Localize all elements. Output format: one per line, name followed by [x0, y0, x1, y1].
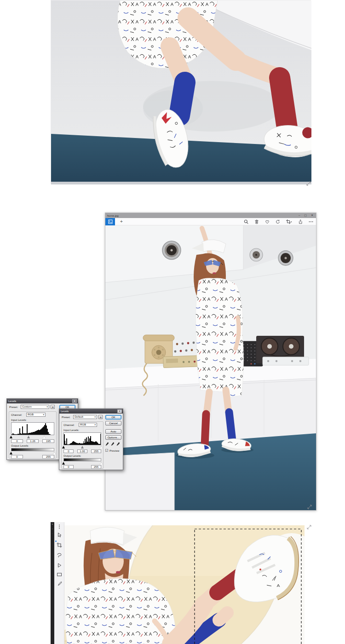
input-white-field[interactable]: 195 [42, 439, 54, 443]
auto-button[interactable]: Auto [105, 429, 121, 434]
move-tool-icon[interactable] [57, 532, 62, 538]
input-slider[interactable] [11, 436, 54, 438]
cancel-button[interactable]: Cancel [105, 421, 121, 426]
porthole-middle [250, 248, 263, 261]
photo-canvas [105, 225, 316, 510]
crop-tool-icon[interactable] [57, 542, 62, 548]
see-all-photos-button[interactable] [105, 218, 115, 225]
input-histogram [63, 432, 101, 445]
preset-options-button[interactable]: ≣ [51, 405, 55, 409]
gamma-slider[interactable] [27, 436, 30, 438]
input-slider[interactable] [63, 446, 101, 448]
levels-dialog-front[interactable]: Levels ✕ Preset: Default▾ ≣ Channel: RGB… [59, 408, 123, 470]
preset-select[interactable]: Default▾ [73, 415, 97, 419]
top-photo-illustration [51, 0, 311, 184]
channel-label: Channel: [63, 424, 75, 426]
output-white-slider[interactable] [53, 452, 56, 454]
right-margin-strip [305, 522, 313, 644]
black-point-slider[interactable] [10, 436, 12, 438]
input-gamma-field[interactable]: 1.26 [27, 439, 39, 443]
ok-button[interactable]: OK [105, 415, 121, 420]
see-all-photos-icon [108, 219, 113, 224]
close-icon[interactable]: ✕ [72, 399, 77, 403]
porthole-left [162, 241, 181, 259]
output-black-slider[interactable] [10, 452, 12, 454]
white-point-slider[interactable] [100, 446, 103, 448]
preset-options-button[interactable]: ≣ [98, 415, 103, 419]
shape-tool-icon[interactable] [57, 563, 62, 568]
preset-select[interactable]: Custom▾ [21, 405, 49, 409]
white-point-slider[interactable] [43, 436, 46, 438]
marquee-tool-icon[interactable] [57, 572, 62, 577]
resize-handle-icon[interactable] [306, 504, 313, 510]
bottom-photo-canvas [64, 525, 305, 644]
preset-label: Preset: [62, 416, 70, 419]
chevron-down-icon [290, 221, 292, 222]
output-levels-label: Output Levels: [11, 444, 29, 447]
output-slider[interactable] [11, 452, 54, 454]
window-title: home.jpg [107, 214, 119, 217]
channel-label: Channel: [11, 414, 22, 416]
white-eyedropper-icon[interactable] [116, 442, 120, 446]
close-icon[interactable]: ✕ [51, 522, 54, 527]
bottom-photo-illustration [64, 525, 305, 644]
rotate-icon[interactable] [276, 219, 280, 224]
lasso-tool-icon[interactable] [57, 552, 62, 558]
channel-select[interactable]: RGB▾ [26, 413, 46, 417]
face [206, 258, 219, 274]
preview-checkbox[interactable]: ✓ [105, 449, 108, 452]
output-levels-label: Output Levels: [63, 454, 81, 457]
eyedropper-tools [105, 442, 120, 446]
more-dots-icon[interactable] [57, 524, 62, 529]
gamma-slider[interactable] [81, 446, 84, 448]
output-gradient-bar [11, 448, 54, 451]
red-sock [280, 78, 287, 127]
input-gamma-field[interactable]: 1.00 [77, 449, 87, 453]
black-point-slider[interactable] [62, 446, 65, 448]
chevron-down-icon: ▾ [43, 413, 44, 416]
input-black-field[interactable]: 0 [63, 449, 74, 453]
output-black-field[interactable]: 0 [63, 465, 74, 469]
black-eyedropper-icon[interactable] [105, 442, 109, 446]
minimize-button[interactable]: – [299, 213, 300, 218]
photos-app-window: home.jpg – ▢ ✕ + [105, 213, 316, 511]
resize-handle-icon[interactable] [305, 181, 312, 186]
dot-icon: · [51, 531, 54, 536]
panel-edge-strip: ✕ ▫ · [51, 522, 54, 644]
output-black-slider[interactable] [62, 462, 65, 465]
crop-icon[interactable] [286, 219, 292, 224]
favorite-icon[interactable] [265, 219, 270, 224]
output-white-field[interactable]: 255 [91, 465, 101, 469]
output-black-field[interactable]: 0 [11, 455, 23, 459]
gray-eyedropper-icon[interactable] [111, 442, 114, 446]
top-photo [51, 0, 311, 184]
options-button[interactable]: Options... [105, 435, 121, 440]
input-black-field[interactable]: 0 [11, 439, 23, 443]
output-slider[interactable] [63, 462, 101, 465]
output-white-field[interactable]: 255 [42, 455, 54, 459]
output-gradient-bar [63, 458, 101, 461]
share-icon[interactable] [298, 219, 303, 224]
middle-photo-illustration [105, 225, 316, 510]
close-icon[interactable]: ✕ [117, 409, 122, 413]
maximize-button[interactable]: ▢ [304, 213, 307, 218]
add-button[interactable]: + [119, 219, 124, 224]
resize-handle-icon[interactable] [306, 524, 312, 530]
brush-tool-icon[interactable] [57, 581, 62, 586]
delete-icon[interactable] [254, 219, 259, 224]
window-titlebar[interactable]: home.jpg – ▢ ✕ [105, 213, 316, 218]
zoom-icon[interactable] [244, 219, 248, 224]
dialog-title[interactable]: Levels [7, 399, 78, 403]
close-button[interactable]: ✕ [311, 213, 313, 218]
input-levels-label: Input Levels: [63, 429, 79, 431]
preset-label: Preset: [9, 406, 18, 408]
channel-select[interactable]: RGB▾ [79, 423, 97, 427]
output-white-slider[interactable] [100, 462, 103, 465]
preview-label: Preview [109, 449, 119, 452]
more-icon[interactable] [309, 219, 313, 224]
blue-sock [179, 82, 185, 115]
panel-icon[interactable]: ▫ [51, 527, 54, 531]
active-tool-indicator [55, 540, 57, 542]
dialog-title[interactable]: Levels [59, 409, 123, 414]
input-white-field[interactable]: 255 [91, 449, 101, 453]
